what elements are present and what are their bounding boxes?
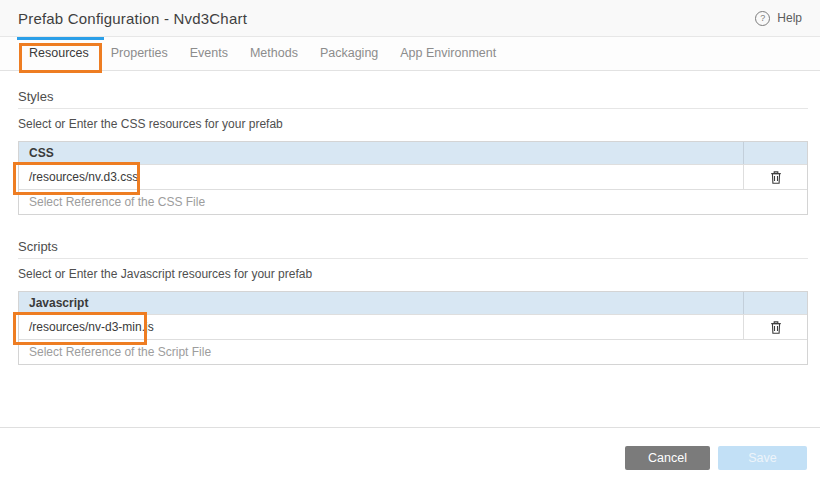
css-actions-column-header bbox=[743, 142, 807, 164]
footer-bar: Cancel Save bbox=[0, 427, 820, 487]
resources-panel: Styles Select or Enter the CSS resources… bbox=[0, 89, 820, 365]
css-row-actions-cell bbox=[743, 165, 807, 189]
save-button[interactable]: Save bbox=[718, 446, 807, 470]
script-actions-column-header bbox=[743, 292, 807, 314]
help-label: Help bbox=[777, 11, 802, 25]
css-resource-path: /resources/nv.d3.css bbox=[29, 170, 138, 184]
javascript-column-header: Javascript bbox=[19, 292, 743, 314]
tab-resources[interactable]: Resources bbox=[18, 37, 100, 70]
table-row: /resources/nv.d3.css bbox=[19, 164, 807, 189]
delete-css-resource-button[interactable] bbox=[766, 168, 786, 186]
styles-section-description: Select or Enter the CSS resources for yo… bbox=[18, 117, 808, 131]
script-resources-table: Javascript /resources/nv-d3-min.js bbox=[18, 291, 808, 365]
css-resources-table: CSS /resources/nv.d3.css bbox=[18, 141, 808, 215]
help-button[interactable]: ? Help bbox=[755, 11, 802, 26]
tab-events[interactable]: Events bbox=[179, 37, 239, 70]
tab-label: Methods bbox=[250, 46, 298, 60]
css-table-header-row: CSS bbox=[19, 142, 807, 164]
scripts-section-description: Select or Enter the Javascript resources… bbox=[18, 267, 808, 281]
active-tab-indicator bbox=[17, 37, 104, 40]
page-title: Prefab Configuration - Nvd3Chart bbox=[18, 10, 247, 27]
styles-section-heading: Styles bbox=[18, 89, 808, 109]
tab-app-environment[interactable]: App Environment bbox=[389, 37, 507, 70]
tab-methods[interactable]: Methods bbox=[239, 37, 309, 70]
titlebar: Prefab Configuration - Nvd3Chart ? Help bbox=[0, 0, 820, 37]
script-row-actions-cell bbox=[743, 315, 807, 339]
script-table-header-row: Javascript bbox=[19, 292, 807, 314]
css-file-select-placeholder[interactable]: Select Reference of the CSS File bbox=[19, 189, 807, 214]
css-resource-value[interactable]: /resources/nv.d3.css bbox=[19, 165, 743, 189]
script-resource-value[interactable]: /resources/nv-d3-min.js bbox=[19, 315, 743, 339]
tab-label: Resources bbox=[29, 46, 89, 60]
tab-label: Packaging bbox=[320, 46, 378, 60]
tabbar: Resources Properties Events Methods Pack… bbox=[0, 37, 820, 71]
tab-properties[interactable]: Properties bbox=[100, 37, 179, 70]
delete-script-resource-button[interactable] bbox=[766, 318, 786, 336]
trash-icon bbox=[769, 320, 783, 335]
tab-label: Events bbox=[190, 46, 228, 60]
trash-icon bbox=[769, 170, 783, 185]
tab-label: App Environment bbox=[400, 46, 496, 60]
script-resource-path: /resources/nv-d3-min.js bbox=[29, 320, 154, 334]
tab-label: Properties bbox=[111, 46, 168, 60]
css-column-header: CSS bbox=[19, 142, 743, 164]
tab-packaging[interactable]: Packaging bbox=[309, 37, 389, 70]
script-file-select-placeholder[interactable]: Select Reference of the Script File bbox=[19, 339, 807, 364]
help-icon: ? bbox=[755, 11, 770, 26]
scripts-section-heading: Scripts bbox=[18, 239, 808, 259]
table-row: /resources/nv-d3-min.js bbox=[19, 314, 807, 339]
cancel-button[interactable]: Cancel bbox=[625, 446, 710, 470]
